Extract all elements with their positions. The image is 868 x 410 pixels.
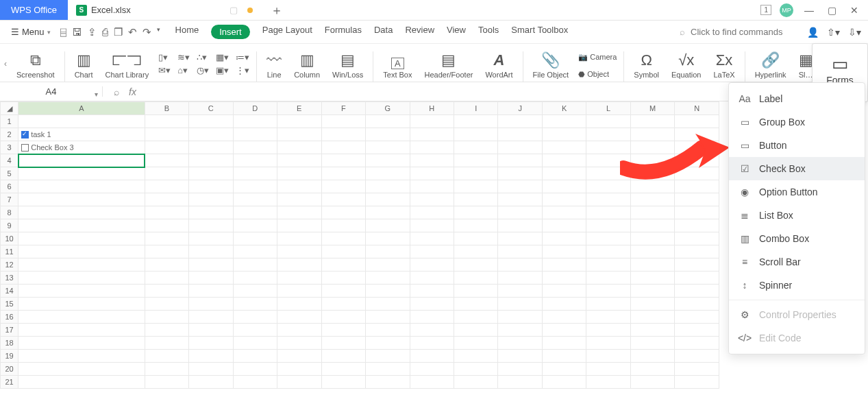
cell-K15[interactable] xyxy=(542,298,586,311)
column-header-E[interactable]: E xyxy=(277,102,321,115)
row-header-6[interactable]: 6 xyxy=(1,180,18,193)
cell-D4[interactable] xyxy=(233,154,277,167)
cell-J2[interactable] xyxy=(498,128,542,141)
cell-G19[interactable] xyxy=(366,350,410,363)
row-header-8[interactable]: 8 xyxy=(1,206,18,219)
cell-B4[interactable] xyxy=(145,154,188,167)
user-action-icon[interactable]: 👤 xyxy=(807,27,819,38)
cell-E18[interactable] xyxy=(277,337,321,350)
print-preview-icon[interactable]: ❐ xyxy=(114,26,123,38)
cell-N12[interactable] xyxy=(675,258,719,272)
cell-N5[interactable] xyxy=(675,167,719,180)
cell-B6[interactable] xyxy=(145,180,188,193)
cell-G5[interactable] xyxy=(366,167,410,180)
cell-C8[interactable] xyxy=(189,206,233,219)
cell-L15[interactable] xyxy=(586,298,630,311)
cell-C3[interactable] xyxy=(189,141,233,154)
cell-F14[interactable] xyxy=(321,285,365,298)
column-header-B[interactable]: B xyxy=(145,102,188,115)
row-header-11[interactable]: 11 xyxy=(1,245,18,258)
column-header-M[interactable]: M xyxy=(630,102,674,115)
more-icon[interactable]: ⇩▾ xyxy=(848,27,861,38)
cell-J12[interactable] xyxy=(498,258,542,272)
fileobject-button[interactable]: 📎 File Object xyxy=(528,51,575,82)
cell-C21[interactable] xyxy=(189,376,233,389)
tab-tools[interactable]: Tools xyxy=(478,25,499,39)
column-header-I[interactable]: I xyxy=(454,102,497,115)
cell-D15[interactable] xyxy=(233,298,277,311)
cell-D14[interactable] xyxy=(233,285,277,298)
avatar[interactable]: MP xyxy=(780,3,793,17)
cell-H7[interactable] xyxy=(410,193,454,206)
cell-G14[interactable] xyxy=(366,285,410,298)
cell-G4[interactable] xyxy=(366,154,410,167)
cell-F11[interactable] xyxy=(321,245,365,258)
cell-K14[interactable] xyxy=(542,285,586,298)
cell-J18[interactable] xyxy=(498,337,542,350)
cell-K9[interactable] xyxy=(542,219,586,232)
cell-F7[interactable] xyxy=(321,193,365,206)
cell-J9[interactable] xyxy=(498,219,542,232)
cell-A5[interactable] xyxy=(18,167,145,180)
cell-H6[interactable] xyxy=(410,180,454,193)
cell-G12[interactable] xyxy=(366,258,410,272)
cell-E9[interactable] xyxy=(277,219,321,232)
cell-G21[interactable] xyxy=(366,376,410,389)
latex-button[interactable]: Σx LaTeX xyxy=(708,51,740,82)
cell-H4[interactable] xyxy=(410,154,454,167)
cell-L12[interactable] xyxy=(586,258,630,272)
cell-H17[interactable] xyxy=(410,324,454,337)
cell-B20[interactable] xyxy=(145,363,188,376)
cell-D9[interactable] xyxy=(233,219,277,232)
cell-M7[interactable] xyxy=(630,193,674,206)
cell-L10[interactable] xyxy=(586,232,630,245)
cell-A3[interactable]: Check Box 3 xyxy=(18,141,145,154)
cell-M1[interactable] xyxy=(630,115,674,128)
row-header-18[interactable]: 18 xyxy=(1,337,18,350)
cell-J15[interactable] xyxy=(498,298,542,311)
cell-I18[interactable] xyxy=(454,337,497,350)
cell-G2[interactable] xyxy=(366,128,410,141)
cell-C5[interactable] xyxy=(189,167,233,180)
cell-J1[interactable] xyxy=(498,115,542,128)
cell-H18[interactable] xyxy=(410,337,454,350)
cell-J13[interactable] xyxy=(498,272,542,285)
row-header-17[interactable]: 17 xyxy=(1,324,18,337)
cell-M13[interactable] xyxy=(630,272,674,285)
forms-menu-group-box[interactable]: ▭Group Box xyxy=(729,110,865,134)
sparkbar-icon[interactable]: ∴▾ xyxy=(197,52,209,62)
cell-B15[interactable] xyxy=(145,298,188,311)
chevron-down-icon[interactable]: ▾ xyxy=(157,26,160,38)
cell-F16[interactable] xyxy=(321,311,365,324)
cell-C9[interactable] xyxy=(189,219,233,232)
forms-menu-check-box[interactable]: ☑Check Box xyxy=(729,157,865,180)
cell-M6[interactable] xyxy=(630,180,674,193)
row-header-9[interactable]: 9 xyxy=(1,219,18,232)
cell-D17[interactable] xyxy=(233,324,277,337)
cell-D20[interactable] xyxy=(233,363,277,376)
cell-B5[interactable] xyxy=(145,167,188,180)
cell-C2[interactable] xyxy=(189,128,233,141)
cell-F8[interactable] xyxy=(321,206,365,219)
cell-F21[interactable] xyxy=(321,376,365,389)
cell-I14[interactable] xyxy=(454,285,497,298)
cell-H8[interactable] xyxy=(410,206,454,219)
command-search[interactable]: ⌕ xyxy=(680,26,792,38)
cell-L7[interactable] xyxy=(586,193,630,206)
minimize-button[interactable]: — xyxy=(802,5,817,16)
cell-C16[interactable] xyxy=(189,311,233,324)
cell-L13[interactable] xyxy=(586,272,630,285)
cell-M2[interactable] xyxy=(630,128,674,141)
cell-D5[interactable] xyxy=(233,167,277,180)
column-header-G[interactable]: G xyxy=(366,102,410,115)
cell-A14[interactable] xyxy=(18,285,145,298)
cell-L21[interactable] xyxy=(586,376,630,389)
cell-F18[interactable] xyxy=(321,337,365,350)
cell-N4[interactable] xyxy=(675,154,719,167)
cell-C20[interactable] xyxy=(189,363,233,376)
cell-M19[interactable] xyxy=(630,350,674,363)
cell-E15[interactable] xyxy=(277,298,321,311)
row-header-10[interactable]: 10 xyxy=(1,232,18,245)
cell-D1[interactable] xyxy=(233,115,277,128)
cell-A16[interactable] xyxy=(18,311,145,324)
